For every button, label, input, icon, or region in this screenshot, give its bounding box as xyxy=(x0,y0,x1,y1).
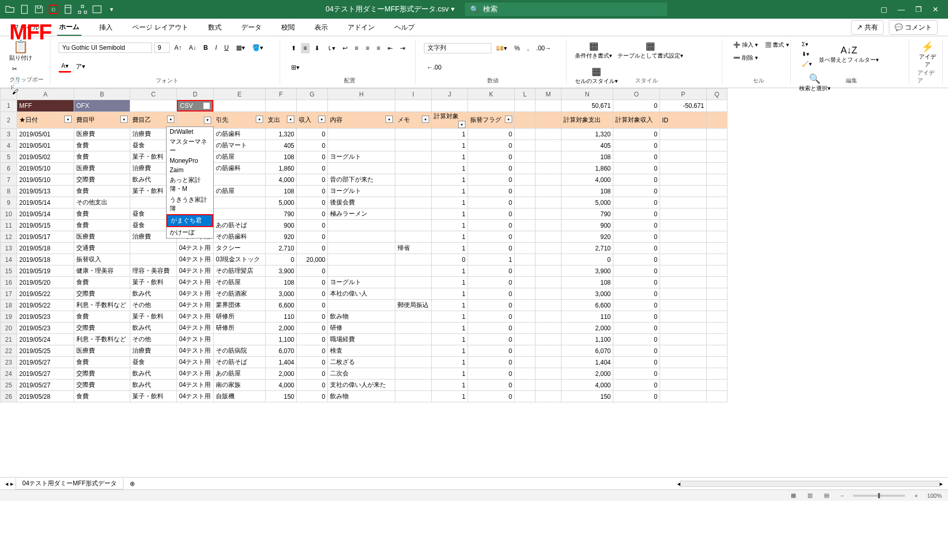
font-name-select[interactable] xyxy=(59,43,152,53)
cell[interactable]: 健康・理美容 xyxy=(74,265,130,277)
cell[interactable]: 食費 xyxy=(74,151,130,163)
cell[interactable] xyxy=(535,208,561,220)
cell[interactable] xyxy=(515,140,535,151)
cell[interactable] xyxy=(707,220,727,231)
cell[interactable]: 150 xyxy=(561,391,613,402)
header-cell[interactable] xyxy=(535,112,561,129)
cell[interactable] xyxy=(660,391,707,402)
cell[interactable] xyxy=(432,100,468,112)
header-cell[interactable]: 計算対象収入 xyxy=(613,112,660,129)
cell[interactable]: 04テスト用 xyxy=(177,265,214,277)
cell[interactable]: 1,860 xyxy=(561,163,613,174)
cell[interactable]: 昼食 xyxy=(130,357,177,368)
row-header[interactable]: 15 xyxy=(1,265,17,277)
cell[interactable]: 交際費 xyxy=(74,323,130,334)
cell[interactable] xyxy=(395,380,432,391)
cell[interactable]: タクシー xyxy=(214,243,266,254)
cell[interactable] xyxy=(395,186,432,197)
cell[interactable]: 1 xyxy=(432,277,468,288)
cell[interactable]: 0 xyxy=(468,391,515,402)
cell[interactable]: 0 xyxy=(468,174,515,186)
cell[interactable]: その筋そば xyxy=(214,357,266,368)
cell[interactable]: 理容・美容費 xyxy=(130,265,177,277)
cell[interactable]: 1,404 xyxy=(266,357,297,368)
cell[interactable] xyxy=(535,391,561,402)
cell[interactable]: 0 xyxy=(297,140,328,151)
cell[interactable]: 2019/05/10 xyxy=(17,174,74,186)
cell[interactable] xyxy=(707,391,727,402)
cell[interactable]: -50,671 xyxy=(660,100,707,112)
dropdown-arrow-icon[interactable]: ▾ xyxy=(203,102,210,109)
cell[interactable] xyxy=(328,254,395,265)
cell[interactable]: 0 xyxy=(297,174,328,186)
row-header[interactable]: 11 xyxy=(1,220,17,231)
cell[interactable]: 920 xyxy=(561,231,613,243)
cell[interactable] xyxy=(535,323,561,334)
cell[interactable]: 1,100 xyxy=(561,334,613,345)
cell[interactable]: 1 xyxy=(432,220,468,231)
cell[interactable]: 0 xyxy=(613,163,660,174)
align-bottom-icon[interactable]: ⬇ xyxy=(312,43,322,53)
cell[interactable]: 飲み物 xyxy=(328,311,395,323)
cell[interactable] xyxy=(660,265,707,277)
cell[interactable]: 1 xyxy=(432,129,468,140)
cell[interactable]: 6,600 xyxy=(266,300,297,311)
cell[interactable] xyxy=(515,163,535,174)
zoom-in-icon[interactable]: + xyxy=(912,492,919,500)
cell[interactable]: 04テスト用 xyxy=(177,277,214,288)
cell[interactable]: 0 xyxy=(468,186,515,197)
cell[interactable]: 1 xyxy=(432,311,468,323)
column-header[interactable]: P xyxy=(660,89,707,100)
cell[interactable]: 1 xyxy=(432,357,468,368)
cell[interactable] xyxy=(395,357,432,368)
cell[interactable]: 0 xyxy=(613,208,660,220)
cell[interactable] xyxy=(535,300,561,311)
cell[interactable]: 0 xyxy=(613,243,660,254)
row-header[interactable]: 21 xyxy=(1,334,17,345)
cell[interactable]: その他 xyxy=(130,334,177,345)
cell[interactable] xyxy=(707,380,727,391)
cell[interactable]: 0 xyxy=(468,300,515,311)
horizontal-scrollbar[interactable] xyxy=(680,481,940,487)
cell[interactable]: 0 xyxy=(613,345,660,357)
cell[interactable]: 04テスト用 xyxy=(177,288,214,300)
cell[interactable]: 医療費 xyxy=(74,163,130,174)
cell[interactable] xyxy=(214,100,266,112)
cell[interactable]: 菓子・飲料 xyxy=(130,311,177,323)
cell[interactable]: 4,000 xyxy=(266,174,297,186)
cell[interactable]: 2019/05/15 xyxy=(17,220,74,231)
csv-dropdown[interactable]: DrWalletマスターマネーMoneyProZaimあっと家計簿・Mうきうき家… xyxy=(166,127,214,239)
column-header[interactable]: K xyxy=(468,89,515,100)
cell[interactable]: 治療費 xyxy=(130,345,177,357)
cell[interactable]: 2019/05/18 xyxy=(17,254,74,265)
cell[interactable]: 0 xyxy=(613,231,660,243)
cell[interactable] xyxy=(395,100,432,112)
header-cell[interactable]: ID xyxy=(660,112,707,129)
cell[interactable] xyxy=(515,231,535,243)
dropdown-option[interactable]: うきうき家計簿 xyxy=(167,194,213,214)
cell[interactable]: 6,070 xyxy=(266,345,297,357)
minimize-icon[interactable]: — xyxy=(898,5,905,13)
cell[interactable] xyxy=(660,151,707,163)
page-break-view-icon[interactable]: ▤ xyxy=(822,491,831,500)
cell[interactable]: 医療費 xyxy=(74,129,130,140)
comment-button[interactable]: 💬 コメント xyxy=(889,20,938,35)
cell[interactable]: 1 xyxy=(432,231,468,243)
cell[interactable]: あの筋屋 xyxy=(214,368,266,380)
cell[interactable] xyxy=(515,323,535,334)
cell[interactable]: 0 xyxy=(297,163,328,174)
cell[interactable]: 2019/05/22 xyxy=(17,300,74,311)
cell[interactable] xyxy=(328,243,395,254)
cell[interactable] xyxy=(707,174,727,186)
cell[interactable] xyxy=(515,151,535,163)
hierarchy-icon[interactable] xyxy=(78,5,87,14)
cell[interactable]: 0 xyxy=(297,277,328,288)
cell[interactable]: その筋理髪店 xyxy=(214,265,266,277)
filter-icon[interactable]: ▾ xyxy=(505,116,512,123)
cell[interactable]: 03現金ストック xyxy=(214,254,266,265)
dropdown-option[interactable]: あっと家計簿・M xyxy=(167,175,213,194)
ribbon-tab-データ[interactable]: データ xyxy=(239,20,264,35)
cell[interactable] xyxy=(130,100,177,112)
row-header[interactable]: 18 xyxy=(1,300,17,311)
zoom-slider[interactable] xyxy=(853,495,905,497)
